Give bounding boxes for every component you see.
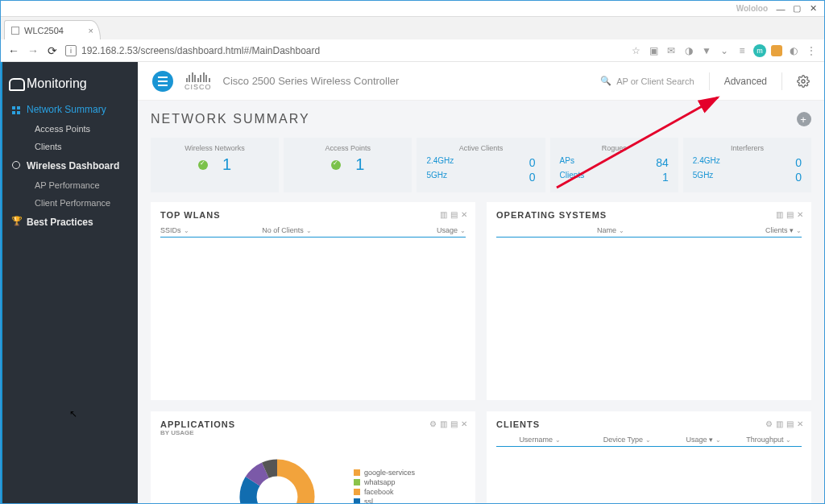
browser-menu-icon[interactable]: ⋮ xyxy=(805,44,818,57)
col-clients[interactable]: Clients ▾⌄ xyxy=(725,226,802,234)
panel-close-icon[interactable]: ✕ xyxy=(461,419,467,428)
chevron-down-icon: ⌄ xyxy=(715,436,721,444)
trophy-icon: 🏆 xyxy=(11,216,19,224)
sidebar-item-clients[interactable]: Clients xyxy=(2,138,138,155)
chevron-down-icon: ⌄ xyxy=(645,436,651,444)
stat-card-active-clients[interactable]: Active Clients 2.4GHz0 5GHz0 xyxy=(417,138,545,192)
col-throughput[interactable]: Throughput⌄ xyxy=(736,436,802,444)
extension-avatar-icon[interactable]: m xyxy=(753,44,766,57)
bookmark-star-icon[interactable]: ☆ xyxy=(629,44,642,57)
extension-icon[interactable]: ◑ xyxy=(682,44,695,57)
sidebar-item-ap-performance[interactable]: AP Performance xyxy=(2,176,138,194)
stat-key: Clients xyxy=(560,171,585,184)
col-device-type[interactable]: Device Type⌄ xyxy=(583,436,670,444)
sidebar-item-network-summary[interactable]: Network Summary xyxy=(2,99,138,120)
search-box[interactable]: 🔍 AP or Client Search xyxy=(600,76,694,86)
panel-view-icon[interactable]: ▥ xyxy=(440,419,447,428)
col-usage[interactable]: Usage ▾⌄ xyxy=(671,436,736,444)
sidebar-item-client-performance[interactable]: Client Performance xyxy=(2,194,138,212)
panel-close-icon[interactable]: ✕ xyxy=(797,419,803,428)
page-icon xyxy=(11,27,19,35)
nav-forward-button[interactable]: → xyxy=(27,44,39,57)
add-widget-button[interactable]: + xyxy=(797,112,811,126)
col-ssids[interactable]: SSIDs⌄ xyxy=(160,226,262,234)
window-minimize-button[interactable]: — xyxy=(773,2,789,15)
panel-chart-icon[interactable]: ▤ xyxy=(450,210,458,219)
stat-value: 1 xyxy=(355,155,364,174)
sidebar-item-wireless-dashboard[interactable]: Wireless Dashboard xyxy=(2,155,138,176)
browser-tab[interactable]: WLC2504 × xyxy=(4,20,101,39)
status-ok-icon xyxy=(198,160,208,170)
panel-close-icon[interactable]: ✕ xyxy=(461,210,467,219)
nav-back-button[interactable]: ← xyxy=(7,44,20,57)
stat-card-access-points[interactable]: Access Points 1 xyxy=(284,138,412,192)
panel-view-icon[interactable]: ▥ xyxy=(776,419,783,428)
chevron-down-icon: ⌄ xyxy=(619,227,624,234)
address-bar[interactable]: i 192.168.2.53/screens/dashboard.html#/M… xyxy=(65,45,623,56)
chart-legend: google-serviceswhatsappfacebooksslhttpyo… xyxy=(354,469,415,503)
panel-operating-systems: ▥▤✕ OPERATING SYSTEMS Name⌄ Clients ▾⌄ xyxy=(487,202,811,400)
stat-value: 1 xyxy=(222,155,231,174)
extension-mail-icon[interactable]: ✉ xyxy=(665,44,678,57)
sidebar-item-best-practices[interactable]: 🏆 Best Practices xyxy=(2,212,138,233)
extension-icon[interactable]: ▣ xyxy=(647,44,660,57)
window-maximize-button[interactable]: ▢ xyxy=(789,2,805,15)
nav-reload-button[interactable]: ⟳ xyxy=(46,44,59,57)
legend-item: facebook xyxy=(354,488,415,496)
sidebar-item-label: Wireless Dashboard xyxy=(27,160,119,171)
panel-settings-icon[interactable]: ⚙ xyxy=(429,419,437,428)
chevron-down-icon: ⌄ xyxy=(184,227,189,234)
extension-pocket-icon[interactable]: ⌄ xyxy=(718,44,731,57)
stat-key: 2.4GHz xyxy=(693,156,720,169)
applications-donut-chart xyxy=(225,452,330,503)
panel-chart-icon[interactable]: ▤ xyxy=(786,419,794,428)
svg-point-0 xyxy=(802,80,805,83)
advanced-link[interactable]: Advanced xyxy=(724,76,767,87)
panel-title: OPERATING SYSTEMS xyxy=(496,210,802,220)
cisco-logo: CISCO xyxy=(184,71,212,91)
window-close-button[interactable]: ✕ xyxy=(805,2,821,15)
stat-key: APs xyxy=(560,156,574,169)
panel-view-icon[interactable]: ▥ xyxy=(440,210,447,219)
stat-label: Active Clients xyxy=(425,144,537,152)
stat-value: 0 xyxy=(795,171,802,184)
col-usage[interactable]: Usage⌄ xyxy=(364,226,466,234)
col-no-of-clients[interactable]: No of Clients⌄ xyxy=(262,226,363,234)
panel-title: CLIENTS xyxy=(496,419,802,429)
panel-clients: ⚙▥▤✕ CLIENTS Username⌄ Device Type⌄ Usag… xyxy=(487,411,811,503)
panel-top-wlans: ▥▤✕ TOP WLANS SSIDs⌄ No of Clients⌄ Usag… xyxy=(151,202,475,400)
panel-chart-icon[interactable]: ▤ xyxy=(450,419,458,428)
panel-close-icon[interactable]: ✕ xyxy=(797,210,803,219)
legend-item: whatsapp xyxy=(354,478,415,486)
sidebar-item-access-points[interactable]: Access Points xyxy=(2,120,138,138)
extension-icon[interactable] xyxy=(771,45,782,56)
table-header: Username⌄ Device Type⌄ Usage ▾⌄ Throughp… xyxy=(496,436,802,447)
stat-card-interferers[interactable]: Interferers 2.4GHz0 5GHz0 xyxy=(683,138,811,192)
extension-icon[interactable]: ◐ xyxy=(787,44,800,57)
extension-icon[interactable]: ≡ xyxy=(736,44,748,57)
divider xyxy=(781,72,782,90)
menu-toggle-button[interactable] xyxy=(152,71,173,92)
globe-icon xyxy=(12,161,20,169)
panel-chart-icon[interactable]: ▤ xyxy=(786,210,794,219)
col-name[interactable]: Name⌄ xyxy=(496,226,725,234)
extension-icon[interactable]: ▼ xyxy=(700,44,713,57)
panel-view-icon[interactable]: ▥ xyxy=(776,210,783,219)
stat-card-rogues[interactable]: Rogues APs84 Clients1 xyxy=(550,138,678,192)
stat-label: Rogues xyxy=(558,144,670,152)
legend-label: facebook xyxy=(364,488,394,496)
tab-close-icon[interactable]: × xyxy=(89,26,93,35)
col-username[interactable]: Username⌄ xyxy=(496,436,583,444)
url-text: 192.168.2.53/screens/dashboard.html#/Mai… xyxy=(81,45,320,56)
panel-subtitle: BY USAGE xyxy=(160,429,466,436)
panel-settings-icon[interactable]: ⚙ xyxy=(765,419,773,428)
chevron-down-icon: ⌄ xyxy=(786,436,791,444)
stat-card-wireless-networks[interactable]: Wireless Networks 1 xyxy=(151,138,279,192)
settings-gear-icon[interactable] xyxy=(797,75,810,88)
table-header: SSIDs⌄ No of Clients⌄ Usage⌄ xyxy=(160,226,466,238)
chevron-down-icon: ⌄ xyxy=(555,436,561,444)
site-info-icon[interactable]: i xyxy=(65,45,77,56)
stats-row: Wireless Networks 1 Access Points 1 Acti… xyxy=(151,138,811,192)
search-placeholder: AP or Client Search xyxy=(616,76,694,86)
main-content: CISCO Cisco 2500 Series Wireless Control… xyxy=(138,62,824,503)
